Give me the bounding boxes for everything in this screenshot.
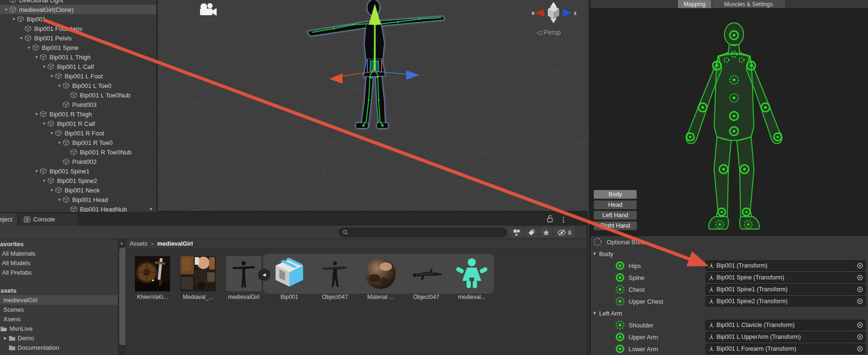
foldout-icon[interactable]: ▼ <box>41 65 48 69</box>
bone-object-field[interactable]: Bip001 Spine1 (Transform) <box>706 284 866 295</box>
asset-item[interactable]: Mediaval_... <box>175 256 221 300</box>
folder-item[interactable]: ▶Demo <box>0 333 118 343</box>
bone-object-field[interactable]: Bip001 Spine2 (Transform) <box>706 296 866 307</box>
asset-item[interactable]: Object047 <box>403 256 449 300</box>
scroll-up-icon[interactable]: ▲ <box>118 239 125 245</box>
object-picker-icon[interactable] <box>854 285 865 294</box>
tab-project[interactable]: Project <box>0 213 17 226</box>
hierarchy-item[interactable]: ▼Bip001 Pelvis <box>0 33 156 43</box>
lock-open-icon[interactable] <box>546 215 553 224</box>
tab-mapping[interactable]: Mapping <box>678 0 711 8</box>
foldout-icon[interactable]: ▼ <box>41 122 48 126</box>
favorites-item[interactable]: All Prefabs <box>0 268 118 277</box>
tab-muscles-settings[interactable]: Muscles & Settings <box>712 0 785 8</box>
part-button-right-hand[interactable]: Right Hand <box>593 221 637 230</box>
chevron-down-icon[interactable]: ▼ <box>149 207 153 211</box>
hierarchy-item[interactable]: ▼medievalGirl(Clone) <box>0 5 156 14</box>
foldout-icon[interactable]: ▼ <box>18 36 25 40</box>
foldout-icon[interactable]: ▶ <box>4 336 9 340</box>
hierarchy-item[interactable]: ▼Bip001 Spine2 <box>0 176 156 185</box>
view-orientation-gizmo[interactable]: x z <box>530 1 577 25</box>
hierarchy-item[interactable]: ▼Bip001 Spine1 <box>0 166 156 176</box>
foldout-icon[interactable]: ▼ <box>41 179 48 183</box>
asset-item[interactable]: Bip001 <box>267 256 312 300</box>
scene-view[interactable]: x z ◁ Persp <box>158 0 588 212</box>
camera-gizmo-icon[interactable] <box>199 2 218 18</box>
hierarchy-item[interactable]: ▼Bip001 Head <box>0 195 156 204</box>
tree-section-header[interactable]: Assets <box>0 286 118 295</box>
breadcrumb-current[interactable]: medievalGirl <box>157 240 193 247</box>
hierarchy-item[interactable]: ▼Bip001 L Foot <box>0 71 156 81</box>
character-model[interactable] <box>301 0 453 138</box>
hierarchy-item[interactable]: Bip001 R Toe0Nub <box>0 147 156 157</box>
folder-item[interactable]: ▶Models <box>0 352 118 355</box>
foldout-icon[interactable]: ▼ <box>33 55 40 59</box>
object-picker-icon[interactable] <box>854 332 865 342</box>
asset-item[interactable]: Object047 <box>312 256 358 300</box>
foldout-icon[interactable]: ▼ <box>56 141 63 145</box>
move-gizmo[interactable] <box>329 4 420 84</box>
kebab-menu-icon[interactable]: ⋮ <box>560 216 567 223</box>
mapping-section-header[interactable]: ▼Left Arm <box>591 307 868 319</box>
object-picker-icon[interactable] <box>854 261 865 270</box>
foldout-icon[interactable]: ▼ <box>33 169 40 173</box>
foldout-icon[interactable]: ▼ <box>26 46 32 50</box>
avatar-body-diagram[interactable] <box>682 12 786 232</box>
favorites-star-icon[interactable] <box>539 228 553 237</box>
project-tree-scrollbar[interactable]: ▲ <box>118 239 125 355</box>
folder-item[interactable]: Documentation <box>0 343 118 352</box>
bone-object-field[interactable]: Bip001 L Forearm (Transform) <box>706 344 866 354</box>
foldout-icon[interactable]: ▼ <box>56 198 63 202</box>
search-input[interactable] <box>348 229 491 236</box>
foldout-icon[interactable]: ▼ <box>10 17 17 21</box>
hierarchy-item[interactable]: ▼Bip001 L Calf <box>0 62 156 71</box>
asset-item[interactable]: medieval... <box>449 256 495 300</box>
hierarchy-item[interactable]: Bip001 L Toe0Nub <box>0 90 156 100</box>
folder-item[interactable]: medievalGirl <box>0 295 118 305</box>
hierarchy-item[interactable]: ▼Bip001 R Calf <box>0 119 156 128</box>
bone-object-field[interactable]: Bip001 L UpperArm (Transform) <box>706 332 866 342</box>
asset-item[interactable]: KhienVaKi... <box>130 256 175 300</box>
hierarchy-item[interactable]: ▼Bip001 R Thigh <box>0 109 156 119</box>
foldout-icon[interactable]: ▼ <box>33 112 40 116</box>
foldout-icon[interactable]: ▼ <box>56 84 63 88</box>
collapse-subassets-icon[interactable]: ◀ <box>258 269 270 281</box>
folder-item[interactable]: Xsens <box>0 314 118 324</box>
hierarchy-item[interactable]: ▼Bip001 L Thigh <box>0 52 156 62</box>
breadcrumb-root[interactable]: Assets <box>130 240 148 247</box>
foldout-icon[interactable]: ▼ <box>592 248 597 260</box>
foldout-icon[interactable]: ▼ <box>3 8 10 12</box>
favorites-item[interactable]: All Materials <box>0 249 118 258</box>
object-picker-icon[interactable] <box>854 273 865 282</box>
foldout-icon[interactable]: ▼ <box>48 74 55 78</box>
object-picker-icon[interactable] <box>854 344 865 354</box>
mapping-section-header[interactable]: ▼Body <box>591 248 868 260</box>
foldout-icon[interactable]: ▼ <box>48 131 55 135</box>
hierarchy-item[interactable]: Bip001 HeadNub▼ <box>0 204 156 212</box>
filter-by-label-icon[interactable] <box>525 228 538 237</box>
hierarchy-item[interactable]: ▼Bip001 <box>0 14 156 24</box>
hierarchy-item[interactable]: ▼Bip001 R Foot <box>0 128 156 138</box>
search-field[interactable] <box>338 228 507 237</box>
favorites-item[interactable]: All Models <box>0 258 118 268</box>
asset-item[interactable]: Material ... <box>358 256 403 300</box>
object-picker-icon[interactable] <box>854 320 865 330</box>
hierarchy-item[interactable]: ▼Bip001 R Toe0 <box>0 138 156 147</box>
perspective-toggle[interactable]: ◁ Persp <box>536 29 561 36</box>
hierarchy-item[interactable]: Directional Light <box>0 0 156 5</box>
tab-console[interactable]: Console <box>19 213 78 226</box>
object-picker-icon[interactable] <box>854 297 865 306</box>
foldout-icon[interactable]: ▼ <box>48 188 55 192</box>
hidden-count-toggle[interactable]: 8 <box>554 228 575 237</box>
part-button-left-hand[interactable]: Left Hand <box>593 211 637 220</box>
hierarchy-item[interactable]: ▼Bip001 L Toe0 <box>0 81 156 90</box>
foldout-icon[interactable]: ▼ <box>592 307 597 319</box>
hierarchy-item[interactable]: ▼Bip001 Spine <box>0 43 156 52</box>
hierarchy-item[interactable]: ▼Bip001 Neck <box>0 185 156 195</box>
filter-by-type-icon[interactable] <box>510 228 523 237</box>
folder-item[interactable]: Scenes <box>0 305 118 314</box>
tree-section-header[interactable]: Favorites <box>0 239 118 249</box>
folder-item[interactable]: MvnLive <box>0 324 118 333</box>
bone-object-field[interactable]: Bip001 Spine (Transform) <box>706 272 866 283</box>
hierarchy-item[interactable]: Point003 <box>0 100 156 109</box>
